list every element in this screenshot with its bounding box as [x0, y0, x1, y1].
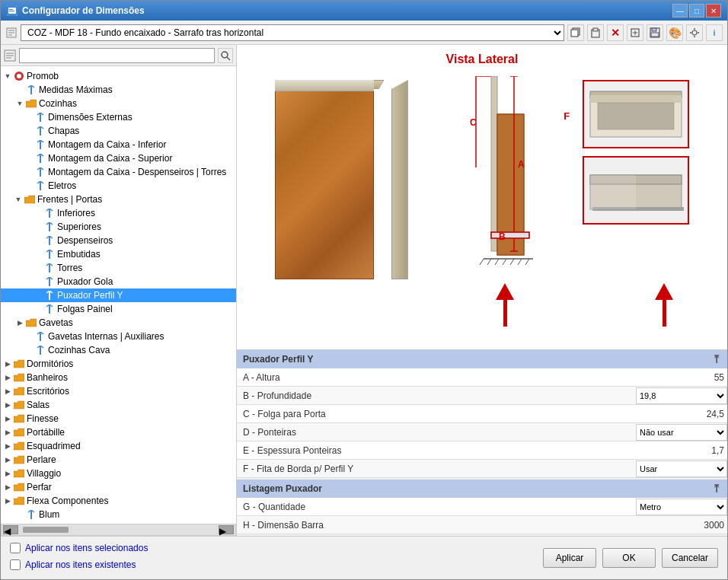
tree-node-promob[interactable]: ▼ Promob [1, 69, 236, 83]
tree-node-portabille[interactable]: ▶ Portábille [1, 425, 236, 439]
tree-node-dormitorios[interactable]: ▶ Dormitórios [1, 357, 236, 371]
prop-row-profundidade: B - Profundidade 19,8 [237, 387, 727, 405]
tree-node-torres[interactable]: Torres [1, 261, 236, 275]
save-button[interactable] [647, 24, 663, 41]
checkbox-selected[interactable] [10, 543, 21, 553]
tree-label-promob: Promob [27, 71, 59, 81]
tree-node-banheiros[interactable]: ▶ Banheiros [1, 371, 236, 384]
toggle-flexa[interactable]: ▶ [2, 496, 13, 506]
minimize-button[interactable]: — [672, 4, 688, 18]
checkbox-existing[interactable] [10, 559, 21, 570]
toggle-perfar[interactable]: ▶ [2, 482, 13, 492]
delete-button[interactable]: ✕ [607, 24, 624, 41]
tree-node-despenseiros[interactable]: Despenseiros [1, 234, 236, 247]
maximize-button[interactable]: □ [689, 4, 704, 18]
prop-group-header-puxador[interactable]: Puxador Perfil Y ⤒ [237, 350, 727, 368]
tree-icon [4, 49, 16, 62]
prop-group-title-listagem: Listagem Puxador [243, 483, 322, 494]
toggle-villaggio[interactable]: ▶ [2, 468, 13, 479]
prop-group-header-listagem[interactable]: Listagem Puxador ⤒ [237, 480, 727, 498]
tree-scrollbar-h[interactable]: ◀ ▶ [1, 524, 236, 536]
prop-dropdown-ponteiras[interactable]: Não usar Usar [636, 424, 727, 441]
tree-node-puxperfil[interactable]: Puxador Perfil Y [1, 288, 236, 302]
tree-node-villaggio[interactable]: ▶ Villaggio [1, 467, 236, 480]
toggle-esquadrimed[interactable]: ▶ [2, 441, 13, 451]
tree-node-salas[interactable]: ▶ Salas [1, 398, 236, 412]
search-input[interactable] [19, 48, 215, 63]
tree-node-dimext[interactable]: Dimensões Externas [1, 110, 236, 124]
tree-node-chapas[interactable]: Chapas [1, 124, 236, 138]
search-button[interactable] [218, 48, 233, 63]
tree-node-gavetas[interactable]: ▶ Gavetas [1, 316, 236, 330]
copy-button[interactable] [567, 24, 584, 41]
collapse-icon-listagem[interactable]: ⤒ [712, 483, 721, 495]
collapse-icon-puxador[interactable]: ⤒ [712, 353, 721, 365]
tree-label-banheiros: Banheiros [27, 372, 68, 383]
tree-label-folgas: Folgas Painel [57, 304, 113, 314]
item-icon-superiores [43, 221, 56, 233]
tree-node-frentes[interactable]: ▼ Frentes | Portas [1, 193, 236, 206]
scroll-thumb[interactable] [23, 527, 69, 533]
toggle-frentes[interactable]: ▼ [13, 194, 24, 205]
tree-node-finesse[interactable]: ▶ Finesse [1, 412, 236, 425]
action-buttons: Aplicar OK Cancelar [543, 548, 718, 568]
scroll-track[interactable] [21, 525, 216, 534]
tree-node-escritorios[interactable]: ▶ Escritórios [1, 384, 236, 398]
toggle-escritorios[interactable]: ▶ [2, 386, 13, 397]
toggle-promob[interactable]: ▼ [2, 71, 13, 81]
toggle-banheiros[interactable]: ▶ [2, 372, 13, 383]
cancelar-button[interactable]: Cancelar [662, 548, 718, 568]
toggle-perlare[interactable]: ▶ [2, 454, 13, 465]
item-icon-medidas [25, 84, 37, 96]
prop-dropdown-profundidade[interactable]: 19,8 [636, 387, 727, 404]
tree-node-inferiores[interactable]: Inferiores [1, 206, 236, 220]
window-title: Configurador de Dimensões [22, 5, 145, 16]
tree-node-perlare[interactable]: ▶ Perlare [1, 453, 236, 467]
tree-node-montinf[interactable]: Montagem da Caixa - Inferior [1, 138, 236, 151]
info-button[interactable]: i [706, 24, 723, 41]
tree-node-blum[interactable]: Blum [1, 508, 236, 521]
tree-node-perfar[interactable]: ▶ Perfar [1, 480, 236, 494]
window-controls[interactable]: — □ ✕ [672, 4, 721, 18]
tree-node-montsup[interactable]: Montagem da Caixa - Superior [1, 151, 236, 165]
paste-button[interactable] [587, 24, 604, 41]
folder-icon-perfar [13, 481, 25, 493]
toggle-portabille[interactable]: ▶ [2, 427, 13, 438]
scroll-left-btn[interactable]: ◀ [3, 525, 18, 534]
tree-node-cozcava[interactable]: Cozinhas Cava [1, 343, 236, 357]
tree-node-flexa[interactable]: ▶ Flexa Componentes [1, 494, 236, 508]
tree-node-esquadrimed[interactable]: ▶ Esquadrimed [1, 439, 236, 453]
tree-node-superiores[interactable]: Superiores [1, 220, 236, 234]
tree-node-eletros[interactable]: Eletros [1, 179, 236, 193]
tree-area[interactable]: ▼ Promob Medidas Máximas ▼ Cozinhas [1, 66, 236, 524]
tree-node-montdesp[interactable]: Montagem da Caixa - Despenseiros | Torre… [1, 165, 236, 179]
prop-dropdown-quantidade[interactable]: Metro Peça [636, 499, 727, 515]
tree-node-embutidas[interactable]: Embutidas [1, 247, 236, 261]
tree-node-puxgola[interactable]: Puxador Gola [1, 275, 236, 288]
tree-label-esquadrimed: Esquadrimed [27, 441, 81, 451]
close-button[interactable]: ✕ [706, 4, 721, 18]
ok-button[interactable]: OK [602, 548, 656, 568]
main-window: Configurador de Dimensões — □ ✕ COZ - MD… [0, 0, 728, 580]
dimension-diagram: C [453, 76, 537, 289]
move-button[interactable] [627, 24, 643, 41]
tree-node-medidas[interactable]: Medidas Máximas [1, 83, 236, 97]
aplicar-button[interactable]: Aplicar [543, 548, 596, 568]
tree-node-gavetasint[interactable]: Gavetas Internas | Auxiliares [1, 330, 236, 343]
toggle-cozinhas[interactable]: ▼ [14, 98, 25, 109]
paint-button[interactable]: 🎨 [666, 24, 683, 41]
tree-node-cozinhas[interactable]: ▼ Cozinhas [1, 97, 236, 110]
tree-label-medidas: Medidas Máximas [39, 84, 113, 95]
svg-line-103 [510, 259, 514, 265]
toggle-gavetas[interactable]: ▶ [14, 317, 25, 328]
tree-label-finesse: Finesse [27, 413, 59, 424]
tree-node-folgas[interactable]: Folgas Painel [1, 302, 236, 316]
toggle-dormitorios[interactable]: ▶ [2, 359, 13, 369]
scroll-right-btn[interactable]: ▶ [219, 525, 234, 534]
config-dropdown[interactable]: COZ - MDF 18 - Fundo encaixado - Sarrafo… [21, 24, 564, 41]
toggle-salas[interactable]: ▶ [2, 400, 13, 410]
toggle-finesse[interactable]: ▶ [2, 413, 13, 424]
settings-button[interactable] [686, 24, 703, 41]
prop-dropdown-fita[interactable]: Usar Não usar [636, 460, 727, 477]
folder-icon-perlare [13, 454, 25, 466]
